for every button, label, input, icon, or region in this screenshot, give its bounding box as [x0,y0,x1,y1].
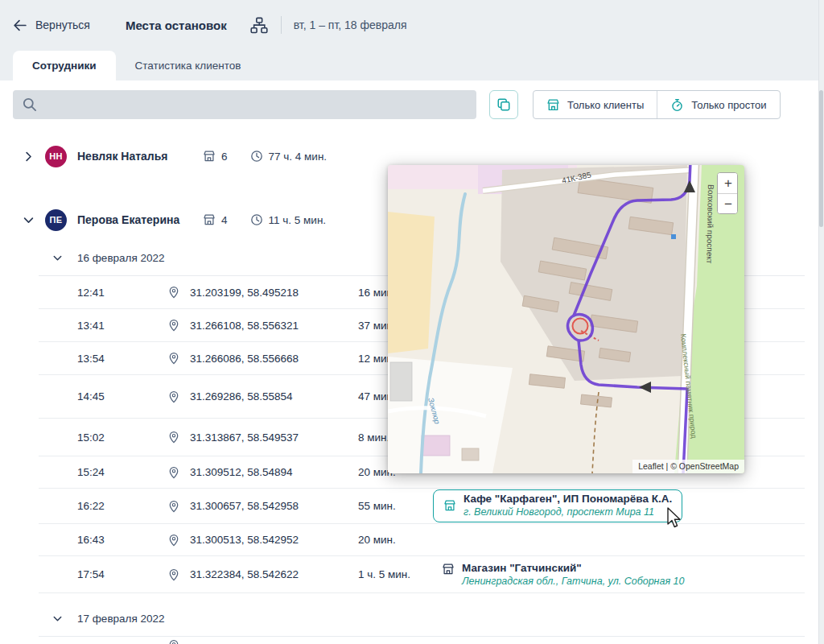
clock-icon [250,150,263,163]
stop-coordinates[interactable]: 31.269286, 58.55854 [190,390,351,402]
client-address: г. Великий Новгород, проспект Мира 11 [464,506,672,518]
stop-time: 16:22 [77,500,167,512]
sitemap-icon-button[interactable] [249,16,269,34]
stop-time: 14:45 [77,390,167,402]
store-icon [546,98,560,112]
client-address: Ленинградская обл., Гатчина, ул. Соборна… [462,575,685,588]
timer-icon [670,98,684,112]
duration-stat: 11 ч. 5 мин. [250,213,327,226]
stop-coordinates[interactable]: 31.300657, 58.542958 [190,500,351,512]
location-pin-icon [167,534,180,547]
stop-time: 16:43 [77,534,167,546]
tab-employees[interactable]: Сотрудники [13,51,116,80]
location-pin-icon [167,352,180,365]
avatar: НН [45,146,67,167]
stop-coordinates[interactable]: 31.266086, 58.556668 [190,353,351,365]
header-divider [281,16,282,34]
chevron-right-icon[interactable] [23,151,35,163]
search-box [13,90,476,119]
employee-name: Невляк Наталья [77,150,180,163]
client-card-highlighted[interactable]: Кафе "Карфаген", ИП Пономарёва К.А. г. В… [433,489,682,522]
copy-button[interactable] [489,90,518,119]
stop-coordinates[interactable]: 31.322384, 58.542622 [190,568,351,580]
search-icon [22,97,37,112]
client-text: Магазин "Гатчинский" Ленинградская обл.,… [462,561,685,588]
stop-time: 15:02 [77,431,167,444]
client-info[interactable]: Магазин "Гатчинский" Ленинградская обл.,… [442,561,685,588]
map-canvas[interactable]: 41К-385 Волховский проспект Комплексный … [388,165,744,473]
stop-coordinates[interactable]: 31.300513, 58.542952 [190,534,351,546]
location-pin-icon [167,286,180,299]
duration-stat: 77 ч. 4 мин. [250,150,328,163]
location-pin-icon [167,319,180,332]
filter-only-idle-label: Только простои [691,99,766,111]
stop-time: 12:41 [77,287,167,299]
chevron-down-icon[interactable] [23,214,35,226]
scrollbar-track[interactable] [818,0,824,644]
tab-bar: Сотрудники Статистика клиентов [13,51,260,80]
zoom-in-button[interactable]: + [718,173,738,193]
store-icon [443,499,456,512]
filter-only-clients-label: Только клиенты [567,99,644,111]
map-popup: 41К-385 Волховский проспект Комплексный … [388,165,744,473]
zoom-control: + − [717,172,738,214]
copy-icon [496,97,511,112]
avatar: ПЕ [45,209,67,231]
stop-time: 15:24 [77,466,167,478]
stop-row[interactable]: 17:54 31.322384, 58.542622 1 ч. 5 мин. М… [39,556,805,593]
back-button[interactable]: Вернуться [13,19,90,32]
scrollbar-thumb[interactable] [819,90,823,227]
search-input[interactable] [13,90,476,119]
map-attribution[interactable]: Leaflet | © OpenStreetMap [632,460,744,473]
stop-row[interactable]: 16:43 31.300513, 58.542952 20 мин. [39,524,805,556]
back-label: Вернуться [35,19,90,31]
stop-duration: 55 мин. [358,500,431,512]
store-icon [442,563,455,576]
stop-duration: 1 ч. 5 мин. [358,568,431,580]
client-name: Магазин "Гатчинский" [462,561,685,575]
location-pin-icon [167,390,180,403]
clients-count: 6 [221,151,228,163]
duration-value: 11 ч. 5 мин. [269,214,327,226]
stop-coordinates[interactable]: 31.266108, 58.556321 [190,320,351,332]
location-pin-icon [167,568,180,581]
stop-marker-circle [573,319,588,334]
location-pin-icon [167,431,180,444]
date-group-label: 16 февраля 2022 [77,252,165,264]
header: Вернуться Места остановок вт, 1 – пт, 18… [0,0,824,50]
map-poi-marker [671,234,676,239]
employee-name: Перова Екатерина [77,213,180,226]
filter-only-idle[interactable]: Только простои [657,91,779,118]
clients-count-stat: 4 [203,213,228,226]
date-group-header[interactable]: 17 февраля 2022 [39,601,805,637]
stop-duration: 20 мин. [358,534,431,546]
clock-icon [250,213,263,226]
filter-only-clients[interactable]: Только клиенты [534,91,657,118]
stop-row-partial[interactable] [39,637,805,644]
zoom-out-button[interactable]: − [718,193,738,213]
stop-time: 13:41 [77,320,167,332]
date-group-label: 17 февраля 2022 [77,613,165,625]
date-range-selector[interactable]: вт, 1 – пт, 18 февраля [294,19,407,31]
chevron-down-icon[interactable] [52,253,63,263]
tab-clients-stats[interactable]: Статистика клиентов [116,51,261,80]
location-pin-icon [167,639,180,644]
location-pin-icon [167,466,180,479]
stop-coordinates[interactable]: 31.313867, 58.549537 [190,431,351,444]
client-name: Кафе "Карфаген", ИП Пономарёва К.А. [464,492,672,506]
store-icon [203,213,216,226]
store-icon [203,150,216,163]
location-pin-icon [167,500,180,513]
client-info: Кафе "Карфаген", ИП Пономарёва К.А. г. В… [464,492,672,518]
filter-group: Только клиенты Только простои [533,90,781,119]
stop-coordinates[interactable]: 31.309512, 58.54894 [190,466,351,478]
clients-count-stat: 6 [203,150,228,163]
sitemap-icon [250,17,268,34]
page-title: Места остановок [126,19,227,32]
chevron-down-icon[interactable] [52,613,63,624]
arrow-left-icon [13,19,27,32]
stop-row[interactable]: 16:22 31.300657, 58.542958 55 мин. Кафе … [39,489,805,524]
stop-time: 17:54 [77,568,167,580]
duration-value: 77 ч. 4 мин. [269,151,328,163]
stop-coordinates[interactable]: 31.203199, 58.495218 [190,287,351,299]
